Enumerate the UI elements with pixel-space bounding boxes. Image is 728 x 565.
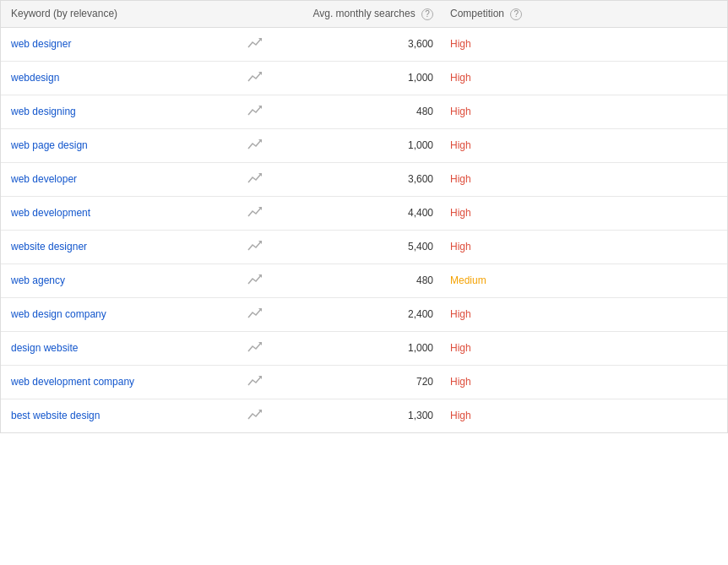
table-body: web designer 3,600 High webdesign 1,000 …: [1, 28, 727, 432]
competition-cell: High: [433, 106, 568, 117]
keyword-cell[interactable]: web designing: [11, 106, 247, 117]
trend-icon[interactable]: [247, 239, 298, 255]
keyword-cell[interactable]: web development: [11, 207, 247, 219]
keyword-cell[interactable]: web developer: [11, 173, 247, 185]
competition-help-icon[interactable]: ?: [510, 8, 522, 20]
competition-cell: High: [433, 139, 568, 151]
searches-cell: 1,000: [298, 72, 433, 84]
searches-cell: 4,400: [298, 207, 433, 219]
competition-cell: High: [433, 342, 568, 354]
table-row: web design company 2,400 High: [1, 298, 727, 332]
table-row: web designer 3,600 High: [1, 28, 727, 62]
keyword-cell[interactable]: web development company: [11, 376, 247, 388]
keyword-cell[interactable]: web page design: [11, 139, 247, 151]
searches-cell: 720: [298, 376, 433, 388]
trend-icon[interactable]: [247, 70, 298, 86]
trend-icon[interactable]: [247, 408, 298, 424]
table-row: best website design 1,300 High: [1, 399, 727, 432]
keyword-cell[interactable]: webdesign: [11, 72, 247, 84]
table-row: webdesign 1,000 High: [1, 62, 727, 95]
searches-label: Avg. monthly searches: [312, 8, 415, 19]
competition-cell: High: [433, 72, 568, 84]
competition-cell: High: [433, 38, 568, 50]
competition-cell: High: [433, 241, 568, 253]
competition-cell: High: [433, 308, 568, 320]
trend-icon[interactable]: [247, 36, 298, 52]
keyword-cell[interactable]: design website: [11, 342, 247, 354]
trend-icon[interactable]: [247, 374, 298, 390]
trend-icon[interactable]: [247, 138, 298, 154]
searches-cell: 480: [298, 106, 433, 117]
table-row: website designer 5,400 High: [1, 231, 727, 264]
searches-cell: 480: [298, 274, 433, 286]
trend-icon[interactable]: [247, 104, 298, 120]
searches-cell: 1,000: [298, 139, 433, 151]
trend-icon[interactable]: [247, 205, 298, 221]
table-header: Keyword (by relevance) Avg. monthly sear…: [1, 1, 727, 28]
searches-column-header: Avg. monthly searches ?: [298, 8, 433, 20]
keyword-cell[interactable]: web design company: [11, 308, 247, 320]
trend-icon[interactable]: [247, 273, 298, 289]
searches-cell: 1,000: [298, 342, 433, 354]
table-row: web designing 480 High: [1, 95, 727, 129]
competition-cell: Medium: [433, 274, 568, 286]
competition-cell: High: [433, 173, 568, 185]
competition-cell: High: [433, 207, 568, 219]
table-row: web development 4,400 High: [1, 197, 727, 231]
table-row: web agency 480 Medium: [1, 264, 727, 298]
keyword-cell[interactable]: website designer: [11, 241, 247, 253]
competition-cell: High: [433, 410, 568, 421]
searches-cell: 2,400: [298, 308, 433, 320]
keyword-table: Keyword (by relevance) Avg. monthly sear…: [0, 0, 728, 433]
searches-cell: 1,300: [298, 410, 433, 421]
competition-cell: High: [433, 376, 568, 388]
keyword-column-header: Keyword (by relevance): [11, 8, 247, 19]
trend-icon[interactable]: [247, 171, 298, 187]
keyword-cell[interactable]: best website design: [11, 410, 247, 421]
table-row: web page design 1,000 High: [1, 129, 727, 163]
searches-cell: 3,600: [298, 173, 433, 185]
table-row: web development company 720 High: [1, 366, 727, 399]
trend-icon[interactable]: [247, 340, 298, 356]
searches-cell: 3,600: [298, 38, 433, 50]
trend-icon[interactable]: [247, 307, 298, 323]
searches-help-icon[interactable]: ?: [421, 8, 433, 20]
keyword-cell[interactable]: web agency: [11, 274, 247, 286]
searches-cell: 5,400: [298, 241, 433, 253]
competition-column-header: Competition ?: [433, 8, 568, 20]
table-row: web developer 3,600 High: [1, 163, 727, 197]
competition-label: Competition: [450, 8, 504, 19]
keyword-cell[interactable]: web designer: [11, 38, 247, 50]
table-row: design website 1,000 High: [1, 332, 727, 366]
